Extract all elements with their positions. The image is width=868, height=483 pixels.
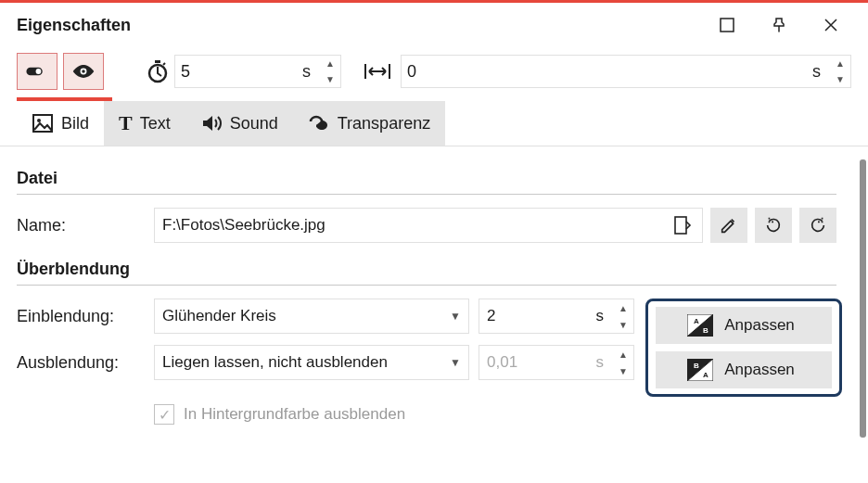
- svg-point-2: [36, 69, 42, 74]
- close-button[interactable]: [811, 5, 851, 45]
- rotate-cw-button[interactable]: [799, 208, 836, 243]
- pin-button[interactable]: [759, 5, 799, 45]
- duration-up[interactable]: ▲: [320, 56, 340, 71]
- svg-point-8: [37, 119, 41, 122]
- bg-fade-checkbox: ✓: [154, 404, 174, 425]
- browse-icon[interactable]: [670, 215, 695, 235]
- svg-text:A: A: [703, 371, 708, 379]
- titlebar: Eigenschaften: [0, 3, 868, 47]
- sound-icon: [200, 112, 223, 134]
- file-path-input[interactable]: F:\Fotos\Seebrücke.jpg: [154, 208, 703, 243]
- svg-rect-6: [155, 60, 160, 63]
- toggle-switch-button[interactable]: [17, 53, 57, 90]
- section-datei: Datei: [17, 163, 836, 195]
- anpassen-highlight: AB Anpassen BA Anpassen: [645, 299, 842, 397]
- einblendung-dropdown[interactable]: Glühender Kreis ▼: [154, 299, 469, 334]
- svg-text:B: B: [703, 326, 708, 335]
- einblendung-anpassen-button[interactable]: AB Anpassen: [656, 307, 832, 344]
- tab-bild[interactable]: Bild: [17, 101, 104, 146]
- duration-input[interactable]: 5 s ▲▼: [174, 55, 341, 88]
- einblendung-duration-input[interactable]: 2 s ▲▼: [479, 299, 634, 334]
- tab-text[interactable]: T Text: [104, 101, 185, 146]
- scrollbar[interactable]: [860, 159, 866, 438]
- svg-text:A: A: [694, 317, 699, 325]
- stopwatch-icon: [141, 58, 174, 84]
- tab-bar: Bild T Text Sound Transparenz: [0, 101, 868, 146]
- svg-rect-7: [33, 115, 52, 132]
- ausblendung-dropdown[interactable]: Liegen lassen, nicht ausblenden ▼: [154, 345, 469, 380]
- name-label: Name:: [17, 216, 154, 235]
- edit-button[interactable]: [710, 208, 747, 243]
- image-icon: [32, 112, 54, 134]
- duration-down[interactable]: ▼: [320, 71, 340, 87]
- transparency-icon: [308, 112, 330, 134]
- rotate-ccw-button[interactable]: [755, 208, 792, 243]
- einblendung-label: Einblendung:: [17, 307, 154, 326]
- svg-rect-0: [721, 19, 734, 32]
- toolbar: 5 s ▲▼ 0 s ▲▼: [0, 47, 868, 90]
- spacing-input[interactable]: 0 s ▲▼: [401, 55, 851, 88]
- svg-rect-9: [675, 217, 686, 234]
- maximize-button[interactable]: [707, 5, 747, 45]
- horizontal-arrows-icon: [364, 60, 391, 83]
- transition-out-icon: BA: [687, 359, 713, 381]
- chevron-down-icon: ▼: [450, 356, 461, 369]
- ausblendung-duration-input: 0,01 s ▲▼: [479, 345, 634, 380]
- window-title: Eigenschaften: [17, 16, 131, 35]
- svg-text:B: B: [694, 362, 699, 370]
- tab-transparenz[interactable]: Transparenz: [293, 101, 445, 146]
- svg-point-4: [82, 70, 84, 72]
- section-ueberblendung: Überblendung: [17, 254, 836, 286]
- visibility-eye-button[interactable]: [63, 53, 104, 90]
- bg-fade-label: In Hintergrundfarbe ausblenden: [184, 405, 405, 424]
- tab-sound[interactable]: Sound: [185, 101, 293, 146]
- transition-in-icon: AB: [687, 314, 713, 337]
- ausblendung-anpassen-button[interactable]: BA Anpassen: [656, 351, 832, 388]
- spacing-down[interactable]: ▼: [830, 71, 850, 87]
- chevron-down-icon: ▼: [450, 310, 461, 323]
- ausblendung-label: Ausblendung:: [17, 353, 154, 373]
- text-icon: T: [119, 111, 133, 135]
- spacing-up[interactable]: ▲: [830, 56, 850, 71]
